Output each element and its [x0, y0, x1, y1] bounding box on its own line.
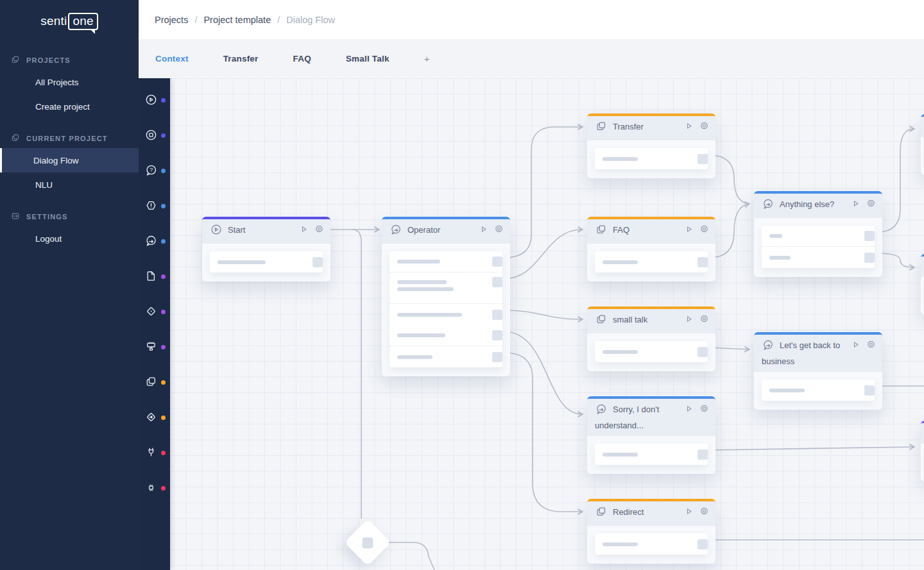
play-triangle-icon[interactable]: [850, 198, 861, 209]
flow-node-partial-b[interactable]: [921, 254, 924, 315]
node-header: [921, 117, 924, 137]
node-body: [587, 333, 715, 371]
node-row: [762, 380, 875, 401]
output-handle[interactable]: [864, 385, 875, 396]
tool-badge-dot: [161, 133, 166, 138]
play-triangle-icon[interactable]: [850, 339, 861, 350]
tool-document-icon[interactable]: [139, 259, 170, 294]
settings-octagon-icon[interactable]: [493, 224, 504, 235]
play-triangle-icon[interactable]: [478, 224, 489, 235]
output-handle[interactable]: [697, 154, 708, 164]
output-handle[interactable]: [492, 310, 502, 320]
flow-node-letsback[interactable]: Let's get back to business: [754, 332, 882, 410]
tool-paint-roller-icon[interactable]: [139, 330, 170, 365]
output-handle[interactable]: [864, 253, 875, 263]
tool-warning-hexagon-icon[interactable]: [139, 189, 170, 224]
flow-node-anything[interactable]: Anything else?: [754, 191, 882, 277]
tool-badge-dot: [161, 98, 166, 103]
tool-badge-dot: [161, 274, 166, 279]
output-handle[interactable]: [697, 347, 708, 357]
node-row: [210, 251, 323, 272]
settings-octagon-icon[interactable]: [866, 339, 877, 350]
settings-octagon-icon[interactable]: [866, 198, 877, 209]
flow-node-sorry[interactable]: Sorry, I don't understand...: [587, 396, 715, 474]
chat-arrow-icon: [389, 223, 402, 240]
settings-octagon-icon[interactable]: [699, 314, 710, 324]
play-triangle-icon[interactable]: [683, 506, 694, 517]
tool-diamond-arrow-icon[interactable]: [139, 400, 170, 435]
tab-small-talk[interactable]: Small Talk: [346, 54, 389, 63]
settings-octagon-icon[interactable]: [699, 506, 710, 517]
node-row: [389, 304, 502, 325]
flow-canvas[interactable]: ? StartOperatorTransferFAQsmall talkSorr…: [139, 78, 924, 570]
play-triangle-icon[interactable]: [683, 224, 694, 235]
output-handle[interactable]: [312, 257, 323, 267]
output-handle[interactable]: [697, 539, 708, 549]
flow-node-redirect[interactable]: Redirect: [587, 499, 715, 564]
chat-arrow-icon: [139, 234, 158, 249]
settings-octagon-icon[interactable]: [699, 224, 710, 235]
node-card: [595, 251, 708, 272]
play-triangle-icon[interactable]: [683, 314, 694, 324]
condition-diamond-handle[interactable]: [363, 537, 373, 548]
breadcrumb-item-projects[interactable]: Projects: [155, 15, 188, 25]
sidebar-section-settings: SETTINGS: [0, 207, 139, 226]
node-row: [595, 444, 708, 465]
flow-node-partial-c[interactable]: [921, 421, 924, 482]
node-row: [595, 533, 708, 555]
stack-icon: [10, 54, 21, 66]
flow-node-transfer[interactable]: Transfer: [587, 113, 715, 178]
flow-node-faq[interactable]: FAQ: [587, 217, 715, 281]
play-triangle-icon[interactable]: [683, 121, 694, 131]
play-triangle-icon[interactable]: [683, 403, 694, 414]
output-handle[interactable]: [492, 352, 502, 362]
sidebar-section-current-project: CURRENT PROJECT: [0, 129, 139, 148]
output-handle[interactable]: [492, 256, 502, 267]
node-card: [762, 226, 875, 268]
tool-stack-icon[interactable]: [139, 365, 170, 400]
tool-play-circle-icon[interactable]: [139, 83, 170, 118]
output-handle[interactable]: [864, 231, 875, 241]
output-handle[interactable]: [697, 257, 708, 267]
paint-roller-icon: [139, 340, 158, 355]
tool-diamond-dot-icon[interactable]: [139, 294, 170, 330]
flow-node-operator[interactable]: Operator: [382, 217, 510, 376]
tool-stop-circle-icon[interactable]: [139, 118, 170, 153]
tab-faq[interactable]: FAQ: [293, 54, 311, 63]
settings-octagon-icon[interactable]: [699, 403, 710, 414]
diamond-dot-icon: [139, 305, 158, 320]
sidebar-item-all-projects[interactable]: All Projects: [0, 70, 139, 94]
tab-transfer[interactable]: Transfer: [223, 54, 259, 63]
node-header: FAQ: [587, 219, 715, 244]
wire-operator-smalltalk: [504, 310, 582, 319]
chat-arrow-icon: [762, 197, 774, 214]
settings-octagon-icon[interactable]: [699, 121, 710, 131]
flow-node-partial-a[interactable]: [921, 114, 924, 175]
logo-text: senti: [40, 14, 67, 28]
tool-question-bubble-icon[interactable]: ?: [139, 153, 170, 189]
breadcrumb-item-project-template[interactable]: Project template: [203, 15, 271, 25]
play-triangle-icon[interactable]: [298, 224, 309, 235]
flow-node-start[interactable]: Start: [202, 217, 330, 281]
node-card: [595, 341, 708, 362]
output-handle[interactable]: [697, 449, 708, 460]
output-handle[interactable]: [492, 330, 502, 340]
node-header: small talk: [587, 309, 715, 333]
tab-context[interactable]: Context: [155, 54, 189, 63]
sidebar-item-logout[interactable]: Logout: [0, 226, 139, 251]
settings-octagon-icon[interactable]: [314, 224, 325, 235]
tool-plug-icon[interactable]: [139, 435, 170, 471]
output-handle[interactable]: [492, 277, 502, 287]
sidebar-item-dialog-flow[interactable]: Dialog Flow: [0, 148, 139, 172]
warning-hexagon-icon: [139, 199, 158, 214]
question-bubble-icon: ?: [139, 163, 158, 179]
tool-connector-icon[interactable]: [139, 471, 170, 506]
sidebar-item-create-project[interactable]: Create project: [0, 94, 139, 119]
flow-node-smalltalk[interactable]: small talk: [587, 306, 715, 371]
add-tab-button[interactable]: +: [424, 53, 430, 64]
node-body: [921, 137, 924, 175]
placeholder-text-bars: [603, 260, 638, 264]
node-header: Operator: [382, 219, 510, 244]
sidebar-item-nlu[interactable]: NLU: [0, 172, 139, 197]
tool-chat-arrow-icon[interactable]: [139, 224, 170, 259]
